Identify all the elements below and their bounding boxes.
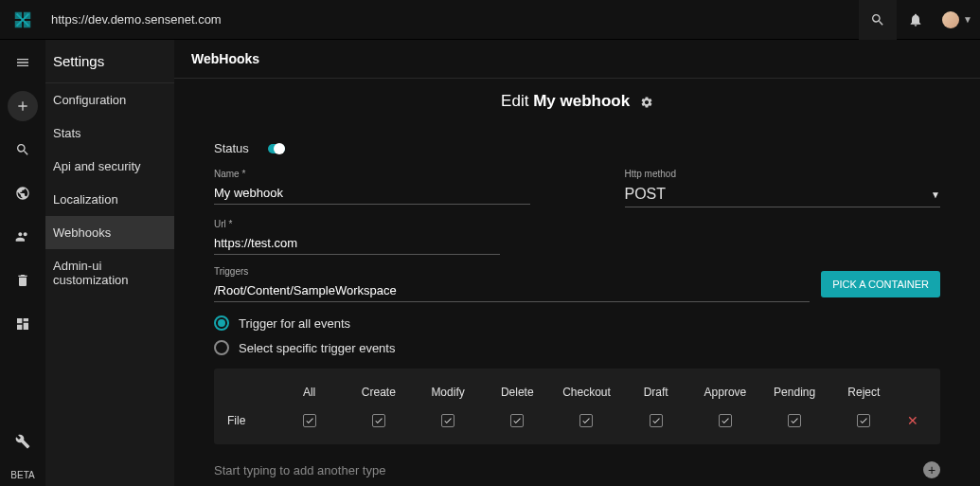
checkbox-approve[interactable] bbox=[719, 414, 732, 427]
sidebar-item-webhooks[interactable]: Webhooks bbox=[45, 216, 174, 249]
row-file-label: File bbox=[227, 414, 275, 427]
users-icon[interactable] bbox=[8, 222, 38, 252]
page-title: Edit My webhook bbox=[174, 79, 980, 124]
globe-icon[interactable] bbox=[8, 178, 38, 208]
sidebar-title: Settings bbox=[45, 40, 174, 83]
app-logo[interactable] bbox=[0, 9, 45, 30]
settings-icon[interactable] bbox=[8, 426, 38, 457]
checkbox-reject[interactable] bbox=[857, 414, 870, 427]
url-input[interactable] bbox=[214, 232, 500, 255]
sidebar-item-api-security[interactable]: Api and security bbox=[45, 150, 174, 183]
col-all: All bbox=[275, 386, 344, 399]
add-type-button[interactable]: + bbox=[923, 461, 940, 478]
http-method-select[interactable]: POST ▼ bbox=[625, 182, 941, 207]
beta-label: BETA bbox=[10, 470, 34, 480]
checkbox-pending[interactable] bbox=[788, 414, 801, 427]
checkbox-modify[interactable] bbox=[441, 414, 454, 427]
col-create: Create bbox=[344, 386, 413, 399]
url-label: Url * bbox=[214, 219, 500, 229]
remove-row-icon[interactable]: ✕ bbox=[907, 413, 918, 428]
col-checkout: Checkout bbox=[552, 386, 621, 399]
name-label: Name * bbox=[214, 169, 530, 179]
avatar bbox=[942, 11, 959, 28]
http-label: Http method bbox=[625, 169, 941, 179]
col-pending: Pending bbox=[760, 386, 829, 399]
chevron-down-icon: ▼ bbox=[963, 14, 972, 25]
search-button[interactable] bbox=[859, 0, 897, 40]
menu-icon[interactable] bbox=[8, 47, 38, 78]
checkbox-delete[interactable] bbox=[510, 414, 524, 427]
add-button[interactable] bbox=[8, 91, 38, 121]
status-toggle[interactable] bbox=[268, 144, 285, 153]
col-modify: Modify bbox=[413, 386, 482, 399]
col-delete: Delete bbox=[483, 386, 552, 399]
checkbox-draft[interactable] bbox=[650, 414, 663, 427]
checkbox-all[interactable] bbox=[303, 414, 316, 427]
sidebar-item-configuration[interactable]: Configuration bbox=[45, 83, 174, 117]
chevron-down-icon: ▼ bbox=[931, 189, 940, 200]
user-menu[interactable]: ▼ bbox=[935, 11, 980, 28]
sidebar-item-localization[interactable]: Localization bbox=[45, 183, 174, 216]
notifications-icon[interactable] bbox=[897, 0, 935, 40]
radio-specific-events[interactable]: Select specific trigger events bbox=[214, 340, 940, 355]
url-display: https://dev.demo.sensenet.com bbox=[45, 12, 859, 27]
triggers-input[interactable] bbox=[214, 279, 810, 302]
sidebar-item-admin-ui[interactable]: Admin-ui customization bbox=[45, 249, 174, 297]
status-label: Status bbox=[214, 141, 249, 155]
search-icon[interactable] bbox=[8, 135, 38, 165]
triggers-label: Triggers bbox=[214, 266, 810, 277]
col-draft: Draft bbox=[621, 386, 690, 399]
sidebar-item-stats[interactable]: Stats bbox=[45, 117, 174, 150]
pick-container-button[interactable]: PICK A CONTAINER bbox=[821, 271, 940, 297]
col-reject: Reject bbox=[829, 386, 899, 399]
name-input[interactable] bbox=[214, 182, 530, 205]
dashboard-icon[interactable] bbox=[8, 309, 38, 339]
add-type-input[interactable]: Start typing to add another type bbox=[214, 463, 923, 477]
content-header: WebHooks bbox=[174, 40, 980, 79]
trash-icon[interactable] bbox=[8, 265, 38, 296]
col-approve: Approve bbox=[690, 386, 759, 399]
checkbox-checkout[interactable] bbox=[579, 414, 593, 427]
checkbox-create[interactable] bbox=[372, 414, 385, 427]
gear-icon[interactable] bbox=[640, 96, 653, 109]
radio-all-events[interactable]: Trigger for all events bbox=[214, 315, 940, 331]
